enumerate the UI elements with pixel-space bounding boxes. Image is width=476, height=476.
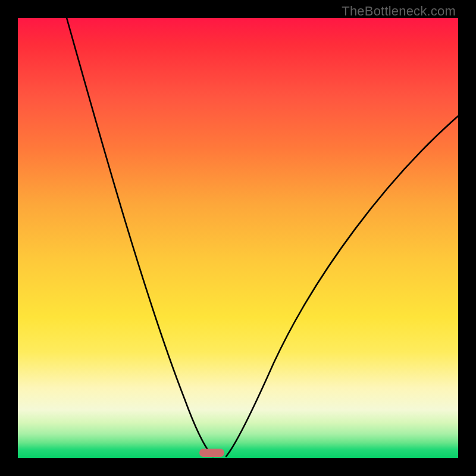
chart-frame: TheBottleneck.com [0,0,476,476]
curve-right [226,116,458,456]
plot-area [18,18,458,458]
attribution-text: TheBottleneck.com [342,4,456,19]
curve-left [67,18,213,456]
min-marker [199,449,224,457]
bottleneck-curves [18,18,458,458]
